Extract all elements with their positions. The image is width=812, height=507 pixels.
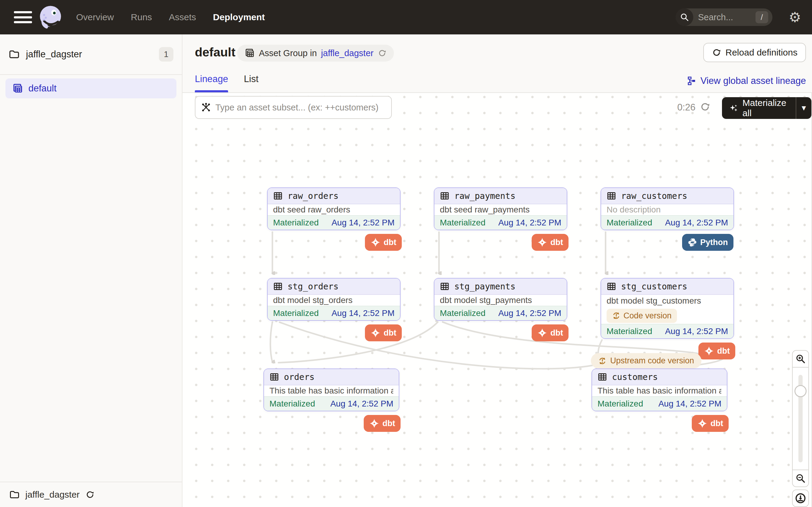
asset-description: dbt seed raw_orders: [273, 205, 395, 215]
asset-name: stg_orders: [288, 282, 339, 291]
kind-label: dbt: [550, 238, 563, 247]
code-version-chip[interactable]: Code version: [607, 309, 677, 323]
materialization-status: Materialized: [607, 327, 652, 336]
sidebar-item-default[interactable]: default: [5, 78, 176, 98]
sidebar-footer-repo[interactable]: jaffle_dagster: [0, 482, 182, 507]
dbt-logo-icon: [697, 418, 707, 429]
footer-repo-label: jaffle_dagster: [26, 490, 80, 500]
refresh-icon[interactable]: [377, 49, 387, 58]
asset-description: dbt model stg_payments: [440, 295, 561, 305]
asset-node-footer: MaterializedAug 14, 2:52 PM: [435, 215, 567, 230]
kind-label: dbt: [550, 328, 563, 338]
asset-node-orders[interactable]: ordersThis table has basic information a…: [263, 369, 399, 411]
dbt-kind-badge: dbt: [532, 234, 568, 251]
nav-item-assets[interactable]: Assets: [169, 12, 196, 22]
asset-node-stg_customers[interactable]: stg_customersdbt model stg_customersCode…: [601, 278, 734, 339]
page-title: default: [195, 45, 235, 59]
gear-icon[interactable]: ⚙: [789, 10, 801, 24]
search-shortcut-key: /: [756, 11, 768, 23]
main-header: default Asset Group in jaffle_dagster Re…: [183, 35, 812, 93]
zoom-controls: [792, 350, 810, 507]
global-search[interactable]: /: [676, 8, 772, 26]
code-version-label: Code version: [623, 311, 671, 321]
dbt-kind-badge: dbt: [365, 325, 402, 341]
upstream-code-version-pill[interactable]: Upstream code version: [591, 353, 701, 369]
materialization-timestamp: Aug 14, 2:52 PM: [665, 327, 728, 336]
nav-item-overview[interactable]: Overview: [76, 12, 114, 22]
asset-node-customers[interactable]: customersThis table has basic informatio…: [592, 369, 727, 411]
view-global-asset-lineage-link[interactable]: View global asset lineage: [687, 75, 806, 86]
asset-group-pill: Asset Group in jaffle_dagster: [237, 45, 394, 62]
materialize-all-button[interactable]: Materialize all: [722, 98, 796, 118]
materialization-status: Materialized: [273, 218, 319, 228]
nav-item-deployment[interactable]: Deployment: [213, 12, 265, 22]
asset-description: dbt seed raw_payments: [440, 205, 561, 215]
python-kind-badge: Python: [682, 234, 733, 251]
refresh-icon: [712, 48, 721, 57]
dbt-kind-badge: dbt: [698, 343, 735, 359]
asset-node-footer: MaterializedAug 14, 2:52 PM: [435, 306, 567, 320]
asset-name: raw_customers: [621, 191, 687, 201]
tab-bar: LineageList: [195, 74, 259, 92]
asset-subset-input[interactable]: [215, 103, 386, 113]
table-icon: [244, 48, 255, 58]
tab-list[interactable]: List: [244, 74, 258, 92]
reload-definitions-label: Reload definitions: [726, 47, 798, 58]
reload-repo-icon[interactable]: [85, 490, 95, 500]
graph-refresh-icon[interactable]: [700, 101, 711, 112]
asset-name: stg_customers: [621, 282, 687, 291]
asset-node-body: dbt seed raw_payments: [435, 204, 567, 215]
asset-node-body: dbt model stg_orders: [268, 295, 400, 306]
kind-label: dbt: [711, 419, 723, 428]
tab-lineage[interactable]: Lineage: [195, 74, 228, 92]
materialization-status: Materialized: [273, 308, 319, 318]
reload-definitions-button[interactable]: Reload definitions: [703, 43, 806, 62]
asset-description: dbt model stg_orders: [273, 295, 395, 305]
asset-node-footer: MaterializedAug 14, 2:52 PM: [268, 306, 400, 320]
dagster-logo[interactable]: [38, 4, 64, 31]
materialize-all-split-button: Materialize all ▼: [722, 97, 811, 119]
dbt-logo-icon: [370, 328, 380, 338]
search-input[interactable]: [698, 12, 750, 22]
table-icon: [598, 372, 607, 382]
primary-nav: OverviewRunsAssetsDeployment: [76, 12, 265, 22]
asset-node-raw_customers[interactable]: raw_customersNo descriptionMaterializedA…: [601, 187, 734, 230]
asset-name: customers: [612, 372, 658, 382]
zoom-slider-handle[interactable]: [795, 385, 807, 397]
asset-node-header: stg_orders: [268, 279, 400, 295]
asset-node-footer: MaterializedAug 14, 2:52 PM: [268, 215, 400, 230]
zoom-out-button[interactable]: [792, 469, 809, 487]
refresh-countdown: 0:26: [677, 102, 695, 113]
asset-subset-filter[interactable]: [195, 96, 392, 119]
asset-description: dbt model stg_customers: [607, 296, 728, 306]
asset-node-header: raw_customers: [601, 188, 733, 204]
asset-name: stg_payments: [454, 282, 515, 291]
dbt-logo-icon: [370, 237, 380, 247]
hamburger-menu-icon[interactable]: [14, 11, 32, 23]
zoom-in-button[interactable]: [792, 350, 809, 368]
materialize-all-label: Materialize all: [743, 98, 789, 118]
asset-node-stg_orders[interactable]: stg_ordersdbt model stg_ordersMaterializ…: [267, 278, 401, 321]
nav-item-runs[interactable]: Runs: [131, 12, 152, 22]
sidebar-repo-jaffle-dagster[interactable]: jaffle_dagster 1: [0, 35, 182, 75]
dbt-kind-badge: dbt: [364, 415, 401, 432]
asset-description: This table has basic information about .…: [269, 386, 393, 396]
asset-node-raw_orders[interactable]: raw_ordersdbt seed raw_ordersMaterialize…: [267, 187, 401, 230]
top-nav: OverviewRunsAssetsDeployment / ⚙: [0, 0, 812, 35]
materialize-options-caret[interactable]: ▼: [796, 104, 811, 112]
asset-group-repo-link[interactable]: jaffle_dagster: [321, 48, 374, 58]
lineage-canvas[interactable]: 0:26 Materialize all ▼ raw_ordersdbt see…: [183, 93, 812, 507]
asset-node-stg_payments[interactable]: stg_paymentsdbt model stg_paymentsMateri…: [434, 278, 567, 321]
asset-node-raw_payments[interactable]: raw_paymentsdbt seed raw_paymentsMateria…: [434, 187, 567, 230]
graph-filter-icon: [201, 102, 211, 113]
asset-node-footer: MaterializedAug 14, 2:52 PM: [264, 396, 399, 411]
asset-node-body: This table has basic information about .…: [592, 385, 727, 396]
download-image-button[interactable]: [792, 490, 809, 507]
materialization-status: Materialized: [607, 218, 652, 228]
view-global-asset-lineage-label: View global asset lineage: [701, 75, 806, 86]
table-icon: [273, 282, 283, 291]
repo-count-badge: 1: [159, 47, 173, 62]
asset-node-header: raw_orders: [268, 188, 400, 204]
table-icon: [607, 191, 616, 201]
upstream-code-version-label: Upstream code version: [610, 356, 694, 365]
